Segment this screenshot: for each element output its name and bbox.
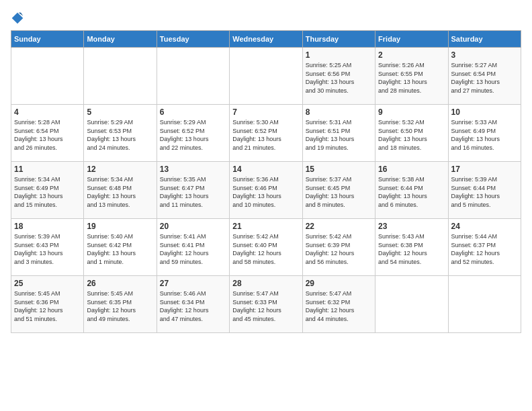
weekday-header-row: SundayMondayTuesdayWednesdayThursdayFrid… bbox=[11, 31, 521, 48]
calendar-cell: 11Sunrise: 5:34 AM Sunset: 6:49 PM Dayli… bbox=[11, 162, 84, 219]
day-number: 12 bbox=[87, 165, 153, 174]
logo bbox=[11, 11, 26, 25]
weekday-header-saturday: Saturday bbox=[448, 31, 521, 48]
day-info: Sunrise: 5:33 AM Sunset: 6:49 PM Dayligh… bbox=[451, 118, 518, 152]
day-info: Sunrise: 5:39 AM Sunset: 6:43 PM Dayligh… bbox=[14, 232, 81, 266]
calendar-cell bbox=[375, 276, 448, 333]
day-number: 13 bbox=[160, 165, 226, 174]
day-number: 14 bbox=[232, 165, 299, 174]
calendar-cell: 29Sunrise: 5:47 AM Sunset: 6:32 PM Dayli… bbox=[302, 276, 375, 333]
day-info: Sunrise: 5:30 AM Sunset: 6:52 PM Dayligh… bbox=[232, 118, 299, 152]
day-number: 3 bbox=[451, 50, 518, 60]
calendar-cell: 3Sunrise: 5:27 AM Sunset: 6:54 PM Daylig… bbox=[448, 48, 521, 105]
calendar-cell: 16Sunrise: 5:38 AM Sunset: 6:44 PM Dayli… bbox=[375, 162, 448, 219]
day-info: Sunrise: 5:29 AM Sunset: 6:52 PM Dayligh… bbox=[160, 118, 226, 152]
calendar-cell: 27Sunrise: 5:46 AM Sunset: 6:34 PM Dayli… bbox=[157, 276, 229, 333]
calendar: SundayMondayTuesdayWednesdayThursdayFrid… bbox=[11, 30, 521, 333]
day-number: 28 bbox=[232, 279, 299, 288]
day-info: Sunrise: 5:45 AM Sunset: 6:35 PM Dayligh… bbox=[87, 289, 153, 323]
calendar-cell: 22Sunrise: 5:42 AM Sunset: 6:39 PM Dayli… bbox=[302, 219, 375, 276]
calendar-cell: 21Sunrise: 5:42 AM Sunset: 6:40 PM Dayli… bbox=[230, 219, 302, 276]
day-number: 29 bbox=[306, 279, 372, 288]
calendar-cell: 8Sunrise: 5:31 AM Sunset: 6:51 PM Daylig… bbox=[302, 105, 375, 162]
day-info: Sunrise: 5:26 AM Sunset: 6:55 PM Dayligh… bbox=[378, 61, 445, 95]
day-number: 2 bbox=[378, 50, 445, 60]
day-info: Sunrise: 5:32 AM Sunset: 6:50 PM Dayligh… bbox=[378, 118, 445, 152]
logo-icon bbox=[11, 11, 24, 25]
calendar-cell: 10Sunrise: 5:33 AM Sunset: 6:49 PM Dayli… bbox=[448, 105, 521, 162]
calendar-cell: 28Sunrise: 5:47 AM Sunset: 6:33 PM Dayli… bbox=[230, 276, 302, 333]
day-number: 7 bbox=[232, 107, 299, 117]
week-row-3: 18Sunrise: 5:39 AM Sunset: 6:43 PM Dayli… bbox=[11, 219, 521, 276]
day-info: Sunrise: 5:36 AM Sunset: 6:46 PM Dayligh… bbox=[232, 175, 299, 209]
calendar-cell: 13Sunrise: 5:35 AM Sunset: 6:47 PM Dayli… bbox=[157, 162, 229, 219]
day-number: 8 bbox=[306, 107, 372, 117]
day-number: 21 bbox=[232, 222, 299, 231]
day-info: Sunrise: 5:41 AM Sunset: 6:41 PM Dayligh… bbox=[160, 232, 226, 266]
day-info: Sunrise: 5:38 AM Sunset: 6:44 PM Dayligh… bbox=[378, 175, 445, 209]
day-info: Sunrise: 5:29 AM Sunset: 6:53 PM Dayligh… bbox=[87, 118, 153, 152]
day-number: 16 bbox=[378, 165, 445, 174]
calendar-cell: 7Sunrise: 5:30 AM Sunset: 6:52 PM Daylig… bbox=[230, 105, 302, 162]
day-info: Sunrise: 5:42 AM Sunset: 6:39 PM Dayligh… bbox=[306, 232, 372, 266]
weekday-header-tuesday: Tuesday bbox=[157, 31, 229, 48]
weekday-header-thursday: Thursday bbox=[302, 31, 375, 48]
calendar-cell: 9Sunrise: 5:32 AM Sunset: 6:50 PM Daylig… bbox=[375, 105, 448, 162]
week-row-0: 1Sunrise: 5:25 AM Sunset: 6:56 PM Daylig… bbox=[11, 48, 521, 105]
week-row-2: 11Sunrise: 5:34 AM Sunset: 6:49 PM Dayli… bbox=[11, 162, 521, 219]
week-row-1: 4Sunrise: 5:28 AM Sunset: 6:54 PM Daylig… bbox=[11, 105, 521, 162]
weekday-header-wednesday: Wednesday bbox=[230, 31, 302, 48]
calendar-cell: 26Sunrise: 5:45 AM Sunset: 6:35 PM Dayli… bbox=[84, 276, 157, 333]
calendar-cell: 6Sunrise: 5:29 AM Sunset: 6:52 PM Daylig… bbox=[157, 105, 229, 162]
day-number: 26 bbox=[87, 279, 153, 288]
day-number: 10 bbox=[451, 107, 518, 117]
calendar-cell bbox=[11, 48, 84, 105]
calendar-cell bbox=[84, 48, 157, 105]
day-number: 17 bbox=[451, 165, 518, 174]
day-info: Sunrise: 5:34 AM Sunset: 6:49 PM Dayligh… bbox=[14, 175, 81, 209]
day-info: Sunrise: 5:35 AM Sunset: 6:47 PM Dayligh… bbox=[160, 175, 226, 209]
day-info: Sunrise: 5:39 AM Sunset: 6:44 PM Dayligh… bbox=[451, 175, 518, 209]
weekday-header-sunday: Sunday bbox=[11, 31, 84, 48]
day-info: Sunrise: 5:28 AM Sunset: 6:54 PM Dayligh… bbox=[14, 118, 81, 152]
day-info: Sunrise: 5:27 AM Sunset: 6:54 PM Dayligh… bbox=[451, 61, 518, 95]
calendar-cell: 25Sunrise: 5:45 AM Sunset: 6:36 PM Dayli… bbox=[11, 276, 84, 333]
day-number: 5 bbox=[87, 107, 153, 117]
day-number: 1 bbox=[306, 50, 372, 60]
day-info: Sunrise: 5:45 AM Sunset: 6:36 PM Dayligh… bbox=[14, 289, 81, 323]
day-number: 27 bbox=[160, 279, 226, 288]
day-number: 6 bbox=[160, 107, 226, 117]
day-info: Sunrise: 5:47 AM Sunset: 6:33 PM Dayligh… bbox=[232, 289, 299, 323]
calendar-cell bbox=[230, 48, 302, 105]
day-number: 23 bbox=[378, 222, 445, 231]
week-row-4: 25Sunrise: 5:45 AM Sunset: 6:36 PM Dayli… bbox=[11, 276, 521, 333]
weekday-header-friday: Friday bbox=[375, 31, 448, 48]
day-number: 20 bbox=[160, 222, 226, 231]
calendar-cell: 23Sunrise: 5:43 AM Sunset: 6:38 PM Dayli… bbox=[375, 219, 448, 276]
calendar-cell: 20Sunrise: 5:41 AM Sunset: 6:41 PM Dayli… bbox=[157, 219, 229, 276]
day-info: Sunrise: 5:47 AM Sunset: 6:32 PM Dayligh… bbox=[306, 289, 372, 323]
day-number: 11 bbox=[14, 165, 81, 174]
calendar-cell: 5Sunrise: 5:29 AM Sunset: 6:53 PM Daylig… bbox=[84, 105, 157, 162]
day-number: 24 bbox=[451, 222, 518, 231]
day-info: Sunrise: 5:43 AM Sunset: 6:38 PM Dayligh… bbox=[378, 232, 445, 266]
day-number: 22 bbox=[306, 222, 372, 231]
day-info: Sunrise: 5:25 AM Sunset: 6:56 PM Dayligh… bbox=[306, 61, 372, 95]
day-number: 18 bbox=[14, 222, 81, 231]
day-number: 19 bbox=[87, 222, 153, 231]
day-number: 9 bbox=[378, 107, 445, 117]
day-info: Sunrise: 5:37 AM Sunset: 6:45 PM Dayligh… bbox=[306, 175, 372, 209]
calendar-cell bbox=[157, 48, 229, 105]
calendar-cell: 12Sunrise: 5:34 AM Sunset: 6:48 PM Dayli… bbox=[84, 162, 157, 219]
day-info: Sunrise: 5:31 AM Sunset: 6:51 PM Dayligh… bbox=[306, 118, 372, 152]
day-number: 25 bbox=[14, 279, 81, 288]
calendar-cell: 18Sunrise: 5:39 AM Sunset: 6:43 PM Dayli… bbox=[11, 219, 84, 276]
calendar-cell: 15Sunrise: 5:37 AM Sunset: 6:45 PM Dayli… bbox=[302, 162, 375, 219]
weekday-header-monday: Monday bbox=[84, 31, 157, 48]
calendar-cell: 1Sunrise: 5:25 AM Sunset: 6:56 PM Daylig… bbox=[302, 48, 375, 105]
calendar-cell bbox=[448, 276, 521, 333]
calendar-cell: 24Sunrise: 5:44 AM Sunset: 6:37 PM Dayli… bbox=[448, 219, 521, 276]
day-info: Sunrise: 5:46 AM Sunset: 6:34 PM Dayligh… bbox=[160, 289, 226, 323]
day-number: 4 bbox=[14, 107, 81, 117]
calendar-cell: 14Sunrise: 5:36 AM Sunset: 6:46 PM Dayli… bbox=[230, 162, 302, 219]
